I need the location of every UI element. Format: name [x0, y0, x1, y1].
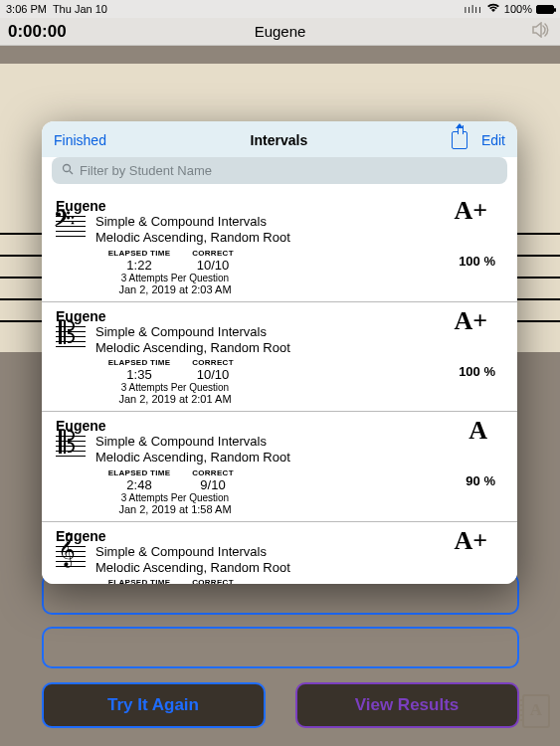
session-timer: 0:00:00 [0, 22, 67, 42]
status-time: 3:06 PM [6, 3, 47, 15]
treble-clef-icon: 𝄞 [56, 546, 86, 571]
date: Jan 2, 2019 at 2:03 AM [95, 283, 255, 295]
edit-button[interactable]: Edit [481, 132, 505, 148]
status-date: Thu Jan 10 [53, 3, 107, 15]
finished-button[interactable]: Finished [54, 132, 106, 148]
cell-signal-icon: ıılıı [465, 4, 482, 15]
percent: 90 % [466, 473, 495, 488]
date: Jan 2, 2019 at 1:58 AM [95, 503, 255, 515]
exercise-desc: Simple & Compound IntervalsMelodic Ascen… [95, 324, 503, 357]
results-list[interactable]: EugeneA+𝄢Simple & Compound IntervalsMelo… [42, 192, 517, 584]
exercise-desc: Simple & Compound IntervalsMelodic Ascen… [95, 544, 503, 577]
stats: ELAPSED TIMECORRECT1:3510/10 [95, 358, 503, 382]
app-header: 0:00:00 Eugene [0, 18, 560, 46]
search-icon [62, 163, 74, 178]
percent: 100 % [459, 364, 495, 379]
stats: ELAPSED TIMECORRECT1:2210/10 [95, 249, 503, 273]
notebook-icon[interactable]: A [522, 694, 550, 728]
exercise-desc: Simple & Compound IntervalsMelodic Ascen… [95, 434, 503, 466]
share-icon[interactable] [452, 131, 467, 149]
filter-input[interactable]: Filter by Student Name [52, 157, 507, 184]
grade: A [468, 416, 487, 446]
alto-clef-icon [56, 436, 86, 461]
answer-slot-2[interactable] [0, 627, 560, 668]
modal-title: Intervals [106, 132, 452, 148]
app-title: Eugene [0, 23, 560, 40]
battery-pct: 100% [504, 3, 532, 15]
stats: ELAPSED TIMECORRECT2:489/10 [95, 468, 503, 492]
svg-point-0 [64, 165, 71, 172]
exercise-desc: Simple & Compound IntervalsMelodic Ascen… [95, 214, 503, 247]
wifi-icon [486, 3, 500, 15]
svg-line-1 [70, 171, 73, 174]
battery-icon [536, 5, 554, 14]
attempts: 3 Attempts Per Question [95, 382, 255, 393]
try-again-label: Try It Again [107, 695, 199, 715]
attempts: 3 Attempts Per Question [95, 492, 255, 503]
status-bar: 3:06 PM Thu Jan 10 ıılıı 100% [0, 0, 560, 18]
attempts: 3 Attempts Per Question [95, 273, 255, 283]
result-row[interactable]: EugeneA+Simple & Compound IntervalsMelod… [42, 302, 517, 413]
student-name: Eugene [56, 418, 503, 434]
student-name: Eugene [56, 308, 503, 324]
grade: A+ [454, 526, 487, 556]
grade: A+ [454, 306, 487, 336]
result-row[interactable]: EugeneA+𝄞Simple & Compound IntervalsMelo… [42, 522, 517, 585]
stats: ELAPSED TIMECORRECT [95, 578, 503, 584]
student-name: Eugene [56, 528, 503, 544]
view-results-button[interactable]: View Results [295, 682, 519, 728]
percent: 100 % [459, 584, 495, 585]
alto-clef-icon [56, 326, 86, 351]
results-modal: Finished Intervals Edit Filter by Studen… [42, 121, 517, 584]
try-again-button[interactable]: Try It Again [42, 682, 266, 728]
sound-icon[interactable] [532, 22, 560, 42]
result-row[interactable]: EugeneASimple & Compound IntervalsMelodi… [42, 412, 517, 522]
student-name: Eugene [56, 198, 503, 214]
view-results-label: View Results [355, 695, 460, 715]
bass-clef-icon: 𝄢 [56, 216, 86, 241]
grade: A+ [454, 196, 487, 226]
percent: 100 % [459, 254, 495, 269]
result-row[interactable]: EugeneA+𝄢Simple & Compound IntervalsMelo… [42, 192, 517, 302]
filter-placeholder: Filter by Student Name [80, 163, 212, 178]
date: Jan 2, 2019 at 2:01 AM [95, 393, 255, 405]
